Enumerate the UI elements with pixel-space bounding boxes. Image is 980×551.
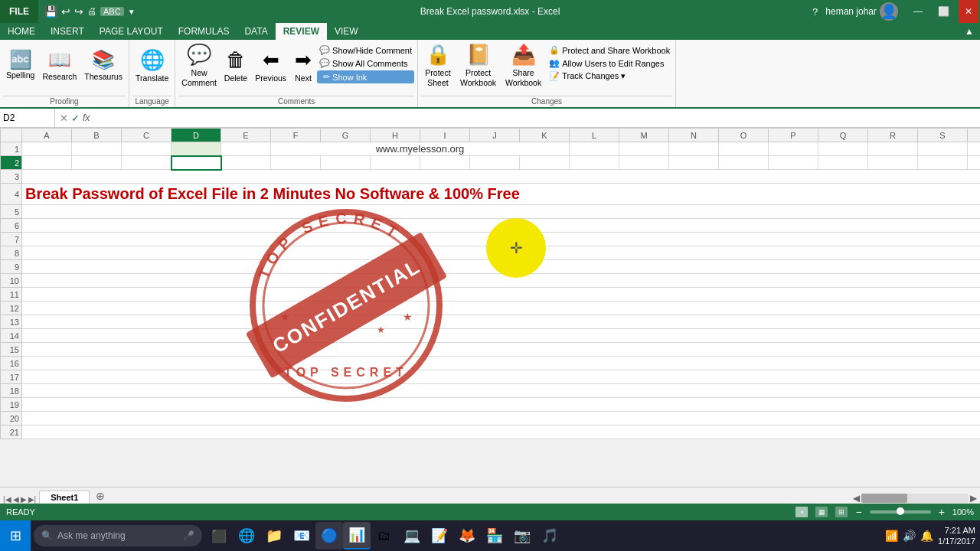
- restore-button[interactable]: ⬜: [932, 0, 956, 23]
- show-hide-comment-button[interactable]: 💬 Show/Hide Comment: [317, 44, 414, 56]
- col-header-E[interactable]: E: [221, 129, 271, 142]
- horizontal-scroll-left[interactable]: ◀: [853, 493, 860, 504]
- cell-O2[interactable]: [719, 156, 769, 170]
- row-header-5[interactable]: 5: [1, 205, 22, 219]
- file-menu-button[interactable]: FILE: [0, 0, 38, 23]
- tab-home[interactable]: HOME: [0, 23, 43, 40]
- translate-button[interactable]: 🌐 Translate: [132, 43, 172, 87]
- cell-N1[interactable]: [669, 142, 719, 156]
- cell-Q2[interactable]: [818, 156, 868, 170]
- col-header-H[interactable]: H: [371, 129, 420, 142]
- spelling-button[interactable]: 🔤 Spelling: [3, 43, 38, 87]
- show-all-comments-button[interactable]: 💬 Show All Comments: [317, 57, 414, 69]
- redo-icon[interactable]: ↪: [74, 5, 83, 18]
- col-header-B[interactable]: B: [72, 129, 122, 142]
- cell-S1[interactable]: [918, 142, 968, 156]
- close-button[interactable]: ✕: [959, 0, 978, 23]
- save-icon[interactable]: 💾: [44, 5, 57, 18]
- print-preview-icon[interactable]: 🖨: [87, 6, 96, 17]
- start-button[interactable]: ⊞: [0, 520, 31, 551]
- cell-Q1[interactable]: [818, 142, 868, 156]
- cell-T2[interactable]: [968, 156, 981, 170]
- cell-F2[interactable]: [271, 156, 321, 170]
- taskbar-clock[interactable]: 7:21 AM 1/17/2017: [938, 525, 975, 547]
- cell-G2[interactable]: [321, 156, 371, 170]
- col-header-I[interactable]: I: [420, 129, 470, 142]
- row-header-17[interactable]: 17: [1, 370, 22, 384]
- tab-view[interactable]: VIEW: [327, 23, 366, 40]
- cell-B2[interactable]: [72, 156, 122, 170]
- cell-R2[interactable]: [868, 156, 918, 170]
- cell-J2[interactable]: [470, 156, 520, 170]
- cell-K2[interactable]: [520, 156, 570, 170]
- taskbar-edge[interactable]: 🌐: [233, 522, 260, 549]
- row-header-4[interactable]: 4: [1, 184, 22, 205]
- tab-review[interactable]: REVIEW: [276, 23, 327, 40]
- tab-data[interactable]: DATA: [237, 23, 275, 40]
- name-box[interactable]: [0, 109, 55, 127]
- taskbar-files[interactable]: 📁: [260, 522, 288, 549]
- col-header-K[interactable]: K: [520, 129, 570, 142]
- col-header-L[interactable]: L: [570, 129, 619, 142]
- cell-P2[interactable]: [769, 156, 818, 170]
- delete-comment-button[interactable]: 🗑 Delete: [221, 43, 250, 87]
- row-header-3[interactable]: 3: [1, 170, 22, 184]
- cell-A2[interactable]: [22, 156, 72, 170]
- row-header-13[interactable]: 13: [1, 315, 22, 329]
- spell-check-icon[interactable]: ABC: [100, 7, 124, 16]
- zoom-out-button[interactable]: −: [855, 506, 861, 518]
- taskbar-firefox[interactable]: 🦊: [453, 522, 481, 549]
- protect-sheet-button[interactable]: 🔒 ProtectSheet: [421, 43, 455, 87]
- col-header-F[interactable]: F: [271, 129, 321, 142]
- sheet-scroll-prev[interactable]: ◀: [13, 495, 19, 504]
- taskbar-notification-icon[interactable]: 🔔: [920, 530, 933, 542]
- cell-A1[interactable]: [22, 142, 72, 156]
- col-header-O[interactable]: O: [719, 129, 769, 142]
- taskbar-sound-icon[interactable]: 🔊: [903, 530, 916, 542]
- row-header-15[interactable]: 15: [1, 343, 22, 357]
- previous-comment-button[interactable]: ⬅ Previous: [252, 43, 289, 87]
- minimize-button[interactable]: —: [907, 0, 929, 23]
- cell-B1[interactable]: [72, 142, 122, 156]
- cell-L2[interactable]: [570, 156, 619, 170]
- cell-E2[interactable]: [221, 156, 271, 170]
- row-header-7[interactable]: 7: [1, 233, 22, 246]
- next-comment-button[interactable]: ➡ Next: [291, 43, 315, 87]
- col-header-Q[interactable]: Q: [818, 129, 868, 142]
- sheet-scroll-first[interactable]: |◀: [3, 495, 11, 504]
- taskbar-search[interactable]: 🔍 Ask me anything 🎤: [34, 525, 202, 546]
- cell-E1[interactable]: [221, 142, 271, 156]
- cell-C1[interactable]: [122, 142, 172, 156]
- allow-users-button[interactable]: 👥 Allow Users to Edit Ranges: [547, 57, 672, 69]
- undo-icon[interactable]: ↩: [61, 5, 70, 18]
- view-layout-button[interactable]: ▦: [815, 507, 828, 517]
- col-header-J[interactable]: J: [470, 129, 520, 142]
- row-header-12[interactable]: 12: [1, 302, 22, 315]
- protect-share-workbook-button[interactable]: 🔒 Protect and Share Workbook: [547, 44, 672, 56]
- row-header-16[interactable]: 16: [1, 357, 22, 370]
- cell-L1[interactable]: [570, 142, 619, 156]
- taskbar-outlook[interactable]: 📧: [288, 522, 315, 549]
- tab-formulas[interactable]: FORMULAS: [171, 23, 237, 40]
- cell-M2[interactable]: [619, 156, 669, 170]
- col-header-R[interactable]: R: [868, 129, 918, 142]
- view-normal-button[interactable]: ▪: [795, 507, 808, 517]
- ribbon-collapse-button[interactable]: ▲: [959, 23, 980, 40]
- share-workbook-button[interactable]: 📤 ShareWorkbook: [501, 43, 545, 87]
- cancel-formula-button[interactable]: ✕: [60, 112, 68, 124]
- cell-N2[interactable]: [669, 156, 719, 170]
- row-header-21[interactable]: 21: [1, 425, 22, 439]
- track-changes-button[interactable]: 📝 Track Changes ▾: [547, 70, 672, 82]
- col-header-P[interactable]: P: [769, 129, 818, 142]
- thesaurus-button[interactable]: 📚 Thesaurus: [81, 43, 126, 87]
- taskbar-network-icon[interactable]: 📶: [885, 530, 898, 542]
- view-break-button[interactable]: ⊞: [835, 507, 848, 517]
- row-header-9[interactable]: 9: [1, 260, 22, 274]
- taskbar-device[interactable]: 💻: [398, 522, 426, 549]
- cell-A4-heading[interactable]: Break Password of Excel File in 2 Minute…: [22, 184, 981, 205]
- col-header-C[interactable]: C: [122, 129, 172, 142]
- taskbar-app2[interactable]: 🎵: [536, 522, 564, 549]
- col-header-D[interactable]: D: [172, 129, 221, 142]
- col-header-S[interactable]: S: [918, 129, 968, 142]
- confirm-formula-button[interactable]: ✓: [71, 112, 80, 124]
